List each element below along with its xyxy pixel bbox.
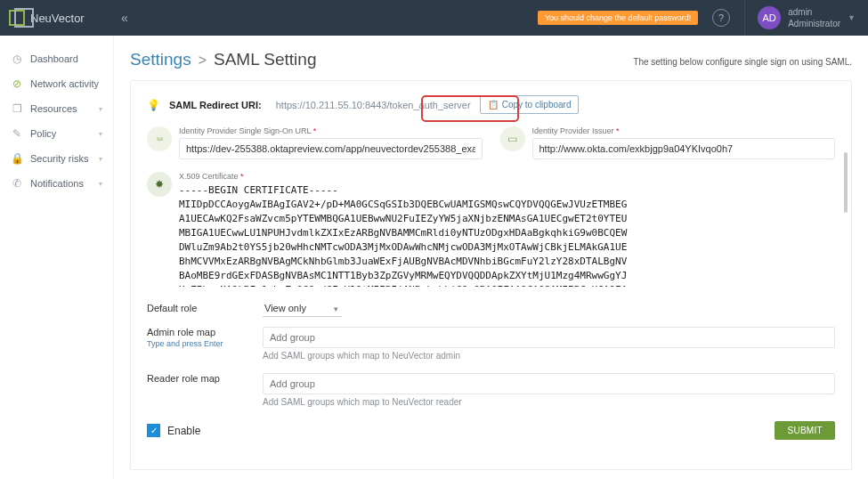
gauge-icon: ◷	[11, 53, 23, 65]
password-warning-badge[interactable]: You should change the default password!	[538, 11, 698, 25]
sidebar-item-notifications[interactable]: ✆Notifications▾	[0, 171, 113, 196]
reader-role-map-input[interactable]	[263, 373, 835, 394]
settings-panel: 💡 SAML Redirect URI: https://10.211.55.1…	[130, 80, 852, 470]
topbar: NeuVector « You should change the defaul…	[0, 0, 868, 36]
copy-to-clipboard-button[interactable]: 📋 Copy to clipboard	[480, 95, 580, 114]
sso-url-input[interactable]	[179, 138, 483, 159]
chevron-down-icon: ▾	[99, 130, 102, 138]
collapse-sidebar-button[interactable]: «	[114, 11, 135, 25]
chevron-down-icon: ▼	[848, 13, 856, 22]
lightbulb-icon: 💡	[147, 99, 160, 111]
admin-role-map-hint: Add SAML groups which map to NeuVector a…	[263, 351, 835, 361]
reader-role-map-label: Reader role map	[147, 373, 263, 384]
page-description: The setting below configure single sign …	[633, 57, 852, 67]
page-title: SAML Setting	[214, 50, 316, 69]
sitemap-icon: ⎃	[147, 126, 172, 151]
sidebar-item-dashboard[interactable]: ◷Dashboard	[0, 46, 113, 71]
default-role-label: Default role	[147, 303, 263, 313]
logo-icon	[9, 10, 25, 26]
sso-url-label: Identity Provider Single Sign-On URL *	[179, 126, 483, 135]
cert-label: X.509 Certificate *	[179, 172, 835, 181]
avatar: AD	[758, 6, 781, 29]
admin-role-map-label: Admin role map Type and press Enter	[147, 327, 263, 348]
brand-text: NeuVector	[30, 12, 85, 25]
chevron-down-icon: ▾	[99, 180, 102, 188]
chevron-down-icon: ▾	[99, 105, 102, 113]
reader-role-map-hint: Add SAML groups which map to NeuVector r…	[263, 397, 835, 407]
redirect-row: 💡 SAML Redirect URI: https://10.211.55.1…	[147, 92, 835, 126]
main: Settings > SAML Setting The setting belo…	[114, 36, 868, 479]
link-icon: ⊘	[11, 77, 23, 90]
redirect-url: https://10.211.55.10:8443/token_auth_ser…	[276, 100, 471, 110]
redirect-label: SAML Redirect URI:	[169, 100, 262, 110]
breadcrumb: Settings > SAML Setting The setting belo…	[130, 50, 852, 69]
user-menu[interactable]: AD admin Administrator ▼	[745, 6, 868, 29]
sidebar: ◷Dashboard ⊘Network activity ❒Resources▾…	[0, 36, 114, 479]
lock-icon: 🔒	[11, 152, 23, 165]
copy-icon: 📋	[488, 100, 499, 110]
sidebar-item-resources[interactable]: ❒Resources▾	[0, 96, 113, 121]
admin-role-map-sub: Type and press Enter	[147, 339, 263, 348]
cube-icon: ❒	[11, 102, 23, 115]
sidebar-item-network[interactable]: ⊘Network activity	[0, 71, 113, 96]
pin-icon: ✎	[11, 127, 23, 140]
issuer-label: Identity Provider Issuer *	[532, 126, 836, 135]
sidebar-item-security[interactable]: 🔒Security risks▾	[0, 146, 113, 171]
scrollbar[interactable]	[844, 152, 848, 213]
issuer-input[interactable]	[532, 138, 836, 159]
admin-role-map-input[interactable]	[263, 327, 835, 348]
enable-checkbox[interactable]: ✓	[147, 424, 160, 437]
sidebar-item-policy[interactable]: ✎Policy▾	[0, 121, 113, 146]
chevron-down-icon: ▾	[99, 155, 102, 163]
logo[interactable]: NeuVector	[0, 10, 114, 26]
chevron-down-icon: ▼	[332, 305, 339, 313]
help-icon[interactable]: ?	[712, 9, 730, 27]
user-info: admin Administrator	[788, 6, 840, 29]
card-icon: ▭	[500, 126, 525, 151]
certificate-icon: ✸	[147, 172, 172, 197]
submit-button[interactable]: SUBMIT	[775, 421, 835, 440]
breadcrumb-root[interactable]: Settings	[130, 50, 191, 69]
breadcrumb-sep: >	[199, 53, 207, 69]
default-role-select[interactable]: View only	[263, 300, 342, 317]
bell-icon: ✆	[11, 177, 23, 190]
enable-label: Enable	[167, 425, 200, 437]
cert-textarea[interactable]	[179, 183, 835, 287]
user-name: admin	[788, 6, 840, 18]
user-role: Administrator	[788, 18, 840, 29]
